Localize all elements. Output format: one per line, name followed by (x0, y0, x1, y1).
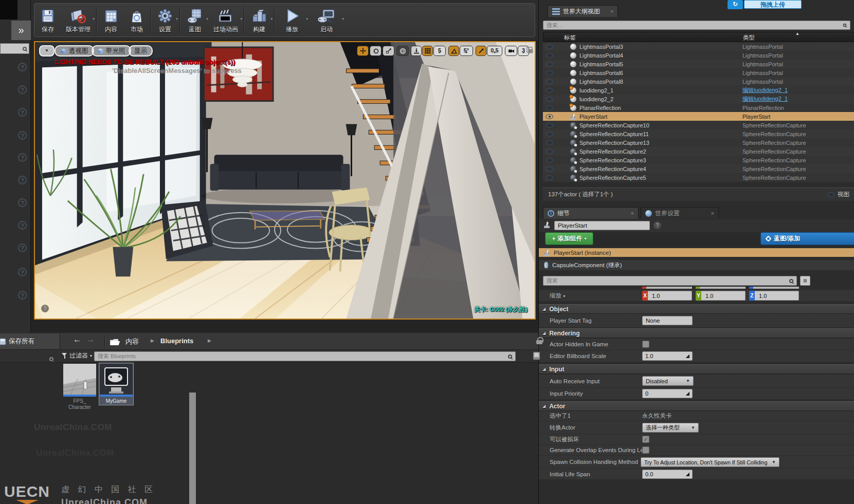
details-search-input[interactable]: 搜索 (543, 276, 797, 286)
perspective-button[interactable]: 透视图 (54, 45, 94, 57)
question-icon[interactable]: ? (18, 176, 27, 184)
play-button[interactable]: 播放 ▾ (276, 4, 308, 36)
actor-hidden-checkbox[interactable] (642, 341, 649, 348)
outliner-row[interactable]: LightmassPortal3 LightmassPortal (543, 42, 854, 51)
level-viewport[interactable]: ▼ 透视图 带光照 显示 LIGHTING NEEDS TO BE REBUIL… (34, 41, 536, 320)
lit-mode-button[interactable]: 带光照 (92, 45, 131, 57)
question-icon[interactable]: ? (18, 85, 27, 94)
view-settings-icon[interactable] (533, 352, 540, 360)
scale-snap-button[interactable] (476, 46, 486, 56)
world-coordinate-button[interactable] (396, 46, 409, 56)
question-icon[interactable]: ? (18, 291, 27, 300)
visibility-eye-icon[interactable] (546, 105, 553, 110)
outliner-row[interactable]: LightmassPortal5 LightmassPortal (543, 60, 854, 68)
grid-snap-value[interactable]: 5 (433, 46, 446, 56)
question-icon[interactable]: ? (18, 268, 27, 276)
section-rendering[interactable]: ◢ Rendering (539, 328, 854, 338)
tab-details[interactable]: i 细节 × (543, 207, 639, 219)
add-component-button[interactable]: + 添加组件 ▾ (545, 232, 593, 245)
launch-button[interactable]: 启动 ▾ (308, 4, 344, 36)
convert-actor-dropdown[interactable]: 选择一种类型 ▼ (642, 423, 699, 433)
tab-world-settings[interactable]: 世界设置 × (641, 207, 719, 219)
lock-icon[interactable] (536, 337, 542, 344)
scrollbar[interactable] (189, 393, 196, 504)
scale-z-input[interactable]: 1.0 (755, 291, 799, 301)
dropdown-caret-icon[interactable]: ▾ (240, 17, 242, 21)
move-tool-button[interactable] (357, 46, 369, 56)
visibility-eye-icon[interactable] (546, 158, 553, 163)
save-all-button[interactable]: 保存所有 (0, 334, 60, 349)
breadcrumb-content[interactable]: 内容 (125, 337, 139, 346)
cinematics-button[interactable]: 过场动画 ▾ (209, 4, 243, 36)
outliner-row[interactable]: SphereReflectionCapture3 SphereReflectio… (543, 156, 854, 164)
dropdown-caret-icon[interactable]: ▾ (93, 17, 95, 21)
can-be-damaged-checkbox[interactable]: ✓ (642, 436, 649, 443)
visibility-eye-icon[interactable] (546, 70, 553, 76)
outliner-row[interactable]: SphereReflectionCapture4 SphereReflectio… (543, 164, 854, 173)
rotation-snap-value[interactable]: 5° (460, 46, 473, 56)
source-control-button[interactable]: 版本管理 ▾ (61, 4, 95, 36)
visibility-eye-icon[interactable] (546, 97, 553, 102)
dropdown-caret-icon[interactable]: ▾ (342, 17, 344, 21)
search-icon[interactable] (49, 357, 53, 361)
dropdown-caret-icon[interactable]: ▾ (206, 17, 208, 21)
close-icon[interactable]: × (711, 210, 714, 216)
section-input[interactable]: ◢ Input (539, 364, 854, 374)
outliner-row[interactable]: PlayerStart PlayerStart (543, 112, 854, 121)
dropdown-caret-icon[interactable]: ▾ (306, 17, 308, 21)
input-priority-input[interactable]: 0 (642, 389, 693, 398)
view-options-eye-icon[interactable] (827, 192, 835, 197)
value-slider-icon[interactable] (685, 354, 689, 358)
grid-snap-button[interactable] (422, 46, 433, 56)
view-options-label[interactable]: 视图 (838, 191, 849, 198)
help-icon[interactable]: ? (653, 221, 661, 229)
player-start-tag-input[interactable]: None (642, 316, 693, 325)
details-view-options-button[interactable] (800, 276, 810, 286)
visibility-eye-icon[interactable] (546, 62, 553, 67)
dropdown-caret-icon[interactable]: ▾ (176, 17, 178, 21)
tab-world-outliner[interactable]: 世界大纲视图 × (548, 5, 618, 17)
auto-receive-input-dropdown[interactable]: Disabled ▼ (642, 376, 694, 386)
build-button[interactable]: 构建 ▾ (245, 4, 273, 36)
rotation-snap-button[interactable] (448, 46, 459, 56)
outliner-row[interactable]: SphereReflectionCapture5 SphereReflectio… (543, 173, 854, 182)
save-button[interactable]: 保存 (34, 4, 61, 36)
scale-tool-button[interactable] (383, 46, 394, 56)
visibility-eye-icon[interactable] (546, 79, 553, 84)
scale-snap-value[interactable]: 0.5 (487, 46, 502, 56)
outliner-row[interactable]: LightmassPortal6 LightmassPortal (543, 68, 854, 77)
maximize-viewport-button[interactable] (525, 46, 535, 54)
outliner-row[interactable]: SphereReflectionCapture11 SphereReflecti… (543, 129, 854, 138)
visibility-eye-icon[interactable] (546, 132, 553, 137)
expand-panel-button[interactable]: » (11, 21, 31, 40)
outliner-row[interactable]: SphereReflectionCapture2 SphereReflectio… (543, 147, 854, 156)
outliner-row[interactable]: SphereReflectionCapture10 SphereReflecti… (543, 121, 854, 129)
actor-name-input[interactable]: PlayerStart (554, 221, 650, 230)
outliner-header[interactable]: 标签 类型 ▲ (543, 32, 854, 42)
outliner-row[interactable]: PlanarReflection PlanarReflection (543, 103, 854, 112)
visibility-eye-icon[interactable] (546, 149, 553, 154)
billboard-scale-input[interactable]: 1.0 (642, 351, 693, 361)
rail-search-input[interactable] (0, 43, 29, 54)
close-icon[interactable]: × (610, 8, 613, 14)
outliner-row[interactable]: SphereReflectionCapture13 SphereReflecti… (543, 138, 854, 147)
visibility-eye-icon[interactable] (546, 123, 553, 128)
show-menu-button[interactable]: 显示 (129, 45, 153, 57)
generate-overlap-checkbox[interactable] (642, 446, 649, 454)
scale-y-input[interactable]: 1.0 (701, 291, 746, 301)
visibility-eye-icon[interactable] (546, 175, 553, 180)
forward-button[interactable]: → (86, 335, 95, 344)
viewport-help-icon[interactable]: ? (41, 305, 49, 312)
settings-button[interactable]: 设置 ▾ (152, 4, 178, 36)
filters-button[interactable]: 过滤器 ▾ (62, 351, 92, 360)
component-row-capsule[interactable]: CapsuleComponent (继承) (539, 259, 854, 271)
question-icon[interactable]: ? (18, 153, 27, 162)
camera-speed-button[interactable] (505, 46, 517, 56)
value-slider-icon[interactable] (685, 391, 689, 396)
outliner-search-input[interactable]: 搜索... (543, 21, 850, 30)
section-actor[interactable]: ◢ Actor (539, 401, 854, 411)
initial-lifespan-input[interactable]: 0.0 (642, 470, 693, 479)
breadcrumb-blueprints[interactable]: Blueprints (160, 337, 193, 345)
question-icon[interactable]: ? (18, 63, 27, 71)
question-icon[interactable]: ? (18, 131, 27, 140)
